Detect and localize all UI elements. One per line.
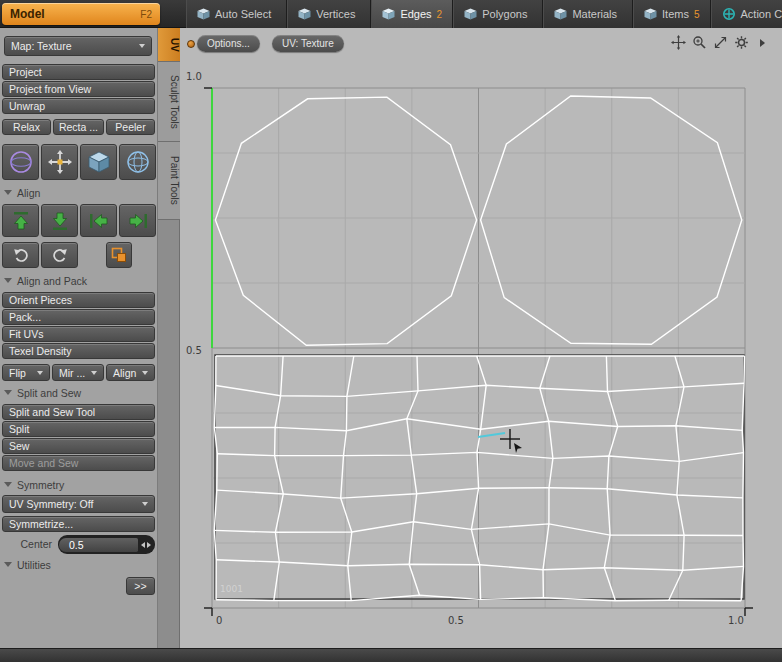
button-label: Split (9, 423, 29, 435)
rotate-ccw-button[interactable] (2, 242, 39, 268)
maximize-icon[interactable] (713, 35, 728, 50)
split-and-sew-tool-button[interactable]: Split and Sew Tool (2, 404, 155, 420)
tab-materials[interactable]: Materials (543, 0, 633, 28)
button-label: Move and Sew (9, 457, 78, 469)
align-down-icon (49, 210, 71, 232)
texel-density-button[interactable]: Texel Density (2, 343, 155, 359)
gear-icon[interactable] (734, 35, 749, 50)
section-align[interactable]: Align (4, 186, 40, 199)
value-spinner-icon[interactable] (138, 542, 154, 548)
udim-label: 1001 (220, 584, 243, 594)
cube-projection-tool-button[interactable] (80, 144, 117, 180)
align-dropdown[interactable]: Align (106, 364, 155, 381)
uv-editor-canvas[interactable]: 1.0 0.5 0 0.5 1.0 1001 (180, 28, 782, 648)
uv-tools-panel: Map: Texture Project Project from View U… (0, 28, 158, 648)
cube-icon (554, 8, 567, 20)
stack-align-icon (111, 247, 127, 263)
align-left-icon (88, 210, 110, 232)
uv-island-cap-right[interactable] (481, 96, 742, 344)
button-label: Sew (9, 440, 29, 452)
uv-projection-tool-button[interactable] (2, 144, 39, 180)
options-button[interactable]: Options... (197, 35, 260, 52)
section-title: Align (17, 187, 40, 199)
relax-button[interactable]: Relax (2, 119, 51, 135)
button-label: Project (9, 66, 42, 78)
collapse-triangle-icon (4, 482, 12, 487)
button-label: Split and Sew Tool (9, 406, 95, 418)
cube-projection-icon (86, 149, 112, 175)
tab-vertices[interactable]: Vertices (287, 0, 371, 28)
uv-map-button[interactable]: UV: Texture (272, 35, 344, 52)
vtab-uv[interactable]: UV (158, 28, 180, 62)
uv-projection-icon (8, 149, 34, 175)
tool-palette-tabs: UV Sculpt Tools Paint Tools (158, 28, 180, 648)
vtab-paint-tools[interactable]: Paint Tools (158, 142, 180, 220)
section-symmetry[interactable]: Symmetry (4, 478, 64, 491)
vtab-sculpt-tools[interactable]: Sculpt Tools (158, 62, 180, 142)
symmetrize-button[interactable]: Symmetrize... (2, 516, 155, 532)
flip-dropdown[interactable]: Flip (2, 364, 50, 381)
map-dropdown-value: Map: Texture (11, 40, 72, 52)
section-split-and-sew[interactable]: Split and Sew (4, 386, 81, 399)
section-align-and-pack[interactable]: Align and Pack (4, 274, 87, 287)
tab-edges[interactable]: Edges 2 (371, 0, 453, 28)
model-layout-tab[interactable]: Model F2 (2, 3, 160, 25)
tab-polygons[interactable]: Polygons (453, 0, 543, 28)
highlighted-edge[interactable] (478, 433, 505, 437)
center-value-field[interactable]: 0.5 (58, 535, 155, 554)
collapse-triangle-icon (4, 190, 12, 195)
uv-editor-viewport[interactable]: 1.0 0.5 0 0.5 1.0 1001 Options... UV: Te… (180, 28, 782, 648)
move-and-sew-button: Move and Sew (2, 455, 155, 471)
button-label: Recta ... (59, 121, 98, 133)
map-dropdown[interactable]: Map: Texture (4, 36, 152, 56)
align-up-button[interactable] (2, 204, 39, 237)
viewport-menu-dot-icon[interactable] (187, 40, 195, 48)
tab-label: Auto Select (215, 8, 271, 20)
orient-pieces-button[interactable]: Orient Pieces (2, 292, 155, 308)
pan-icon[interactable] (671, 35, 686, 50)
align-left-button[interactable] (80, 204, 117, 237)
button-label: Symmetrize... (9, 518, 73, 530)
sphere-projection-tool-button[interactable] (119, 144, 156, 180)
stack-align-button[interactable] (106, 242, 132, 268)
peeler-button[interactable]: Peeler (106, 119, 155, 135)
chevron-down-icon (139, 44, 145, 48)
axis-label-middle: 0.5 (186, 345, 202, 356)
button-label: Peeler (115, 121, 145, 133)
tab-items[interactable]: Items 5 (633, 0, 710, 28)
chevron-down-icon (91, 371, 97, 375)
tab-label: Action Center (741, 8, 782, 20)
expand-arrow-icon[interactable] (755, 35, 770, 50)
split-button[interactable]: Split (2, 421, 155, 437)
transform-uv-tool-button[interactable] (41, 144, 78, 180)
section-utilities[interactable]: Utilities (4, 558, 51, 571)
align-down-button[interactable] (41, 204, 78, 237)
center-label: Center (6, 538, 52, 550)
zoom-icon[interactable] (692, 35, 707, 50)
tab-auto-select[interactable]: Auto Select (186, 0, 287, 28)
chevron-down-icon (142, 502, 148, 506)
project-from-view-button[interactable]: Project from View (2, 81, 155, 97)
uv-island-cap-left[interactable] (215, 97, 476, 345)
project-button[interactable]: Project (2, 64, 155, 80)
fit-uvs-button[interactable]: Fit UVs (2, 326, 155, 342)
axis-label-bottom-right: 1.0 (728, 615, 744, 626)
vtab-label: UV (169, 38, 180, 52)
mirror-dropdown[interactable]: Mir ... (52, 364, 104, 381)
sew-button[interactable]: Sew (2, 438, 155, 454)
align-right-button[interactable] (119, 204, 156, 237)
model-tab-shortcut: F2 (140, 9, 152, 20)
rotate-cw-button[interactable] (41, 242, 78, 268)
tab-action-center[interactable]: Action Center (711, 0, 782, 28)
chevron-down-icon (37, 371, 43, 375)
tab-label: Items (662, 8, 689, 20)
selection-mode-tabs: Auto Select Vertices Edges 2 Polygons Ma… (186, 0, 782, 28)
expand-panel-button[interactable]: >> (126, 577, 155, 595)
rectangle-button[interactable]: Recta ... (53, 119, 104, 135)
align-up-icon (10, 210, 32, 232)
unwrap-button[interactable]: Unwrap (2, 98, 155, 114)
pack-button[interactable]: Pack... (2, 309, 155, 325)
button-label: Texel Density (9, 345, 71, 357)
cube-icon (197, 8, 210, 20)
uv-symmetry-dropdown[interactable]: UV Symmetry: Off (2, 495, 155, 513)
